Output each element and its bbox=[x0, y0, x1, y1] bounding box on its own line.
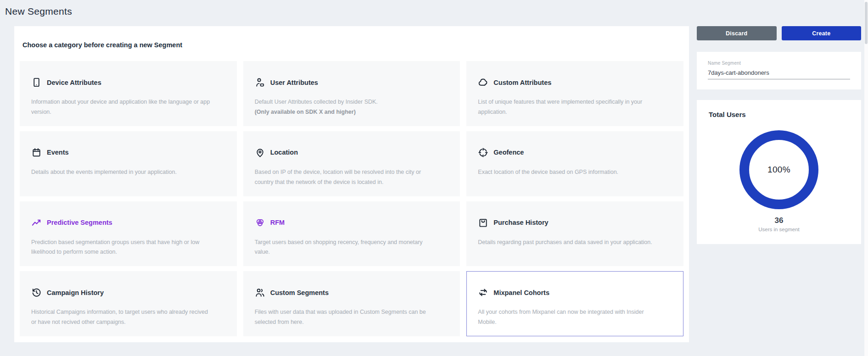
category-title: Device Attributes bbox=[47, 79, 101, 86]
total-users-donut-chart: 100% bbox=[739, 130, 818, 209]
page-title: New Segments bbox=[5, 6, 72, 17]
donut-percent-label: 100% bbox=[767, 165, 790, 175]
discard-button[interactable]: Discard bbox=[697, 26, 777, 40]
calendar-icon bbox=[31, 147, 42, 158]
history-clock-icon bbox=[31, 287, 42, 298]
name-segment-input[interactable] bbox=[708, 69, 850, 79]
location-pin-icon bbox=[255, 147, 265, 158]
category-description: Exact location of the device based on GP… bbox=[478, 167, 660, 178]
category-card-purchase-history[interactable]: Purchase History Details regarding past … bbox=[466, 201, 683, 267]
users-in-segment-caption: Users in segment bbox=[709, 227, 849, 232]
category-title: Predictive Segments bbox=[47, 219, 112, 226]
action-buttons: Discard Create bbox=[697, 26, 861, 40]
category-title: Mixpanel Cohorts bbox=[493, 289, 549, 296]
category-panel: Choose a category before creating a new … bbox=[14, 26, 689, 342]
category-card-predictive-segments[interactable]: Predictive Segments Prediction based seg… bbox=[20, 201, 237, 267]
category-description: All your cohorts from Mixpanel can now b… bbox=[478, 307, 660, 328]
category-title: RFM bbox=[270, 219, 285, 226]
trend-up-icon bbox=[31, 217, 42, 228]
mobile-device-icon bbox=[31, 77, 42, 88]
category-description: Information about your device and applic… bbox=[31, 97, 213, 117]
integration-icon bbox=[478, 287, 488, 298]
category-card-mixpanel-cohorts[interactable]: Mixpanel Cohorts All your cohorts from M… bbox=[466, 271, 683, 336]
category-card-user-attributes[interactable]: User Attributes Default User Attributes … bbox=[243, 61, 460, 126]
name-segment-label: Name Segment bbox=[708, 61, 850, 66]
category-title: Events bbox=[47, 149, 69, 156]
category-card-custom-attributes[interactable]: Custom Attributes List of unique feature… bbox=[466, 61, 683, 126]
category-description: Target users based on shopping recency, … bbox=[255, 238, 437, 258]
category-title: Location bbox=[270, 149, 298, 156]
venn-diagram-icon bbox=[255, 217, 265, 228]
scrollbar-thumb[interactable] bbox=[865, 2, 868, 44]
category-card-rfm[interactable]: RFM Target users based on shopping recen… bbox=[243, 201, 460, 267]
category-card-device-attributes[interactable]: Device Attributes Information about your… bbox=[20, 61, 237, 126]
category-description: Default User Attributes collected by Ins… bbox=[255, 97, 437, 107]
category-title: Custom Attributes bbox=[493, 79, 551, 86]
category-title: Geofence bbox=[493, 149, 524, 156]
category-card-location[interactable]: Location Based on IP of the device, loca… bbox=[243, 131, 460, 196]
category-title: User Attributes bbox=[270, 79, 318, 86]
name-segment-card: Name Segment bbox=[697, 52, 861, 89]
panel-heading: Choose a category before creating a new … bbox=[22, 41, 683, 49]
user-attributes-icon bbox=[255, 77, 265, 88]
category-description: Files with user data that was uploaded i… bbox=[255, 307, 437, 328]
total-users-heading: Total Users bbox=[709, 111, 849, 118]
category-description: Historical Campaigns information, to tar… bbox=[31, 307, 213, 328]
category-card-geofence[interactable]: Geofence Exact location of the device ba… bbox=[466, 131, 683, 196]
category-description: Details about the events implemented in … bbox=[31, 167, 213, 178]
category-description-note: (Only available on SDK X and higher) bbox=[255, 107, 437, 117]
geofence-icon bbox=[478, 147, 488, 158]
create-button[interactable]: Create bbox=[782, 26, 862, 40]
category-description: List of unique features that were implem… bbox=[478, 97, 660, 117]
people-icon bbox=[255, 287, 265, 298]
segment-sidebar: Discard Create Name Segment Total Users … bbox=[697, 26, 861, 244]
category-grid: Device Attributes Information about your… bbox=[20, 61, 683, 336]
category-description: Based on IP of the device, location will… bbox=[255, 167, 437, 188]
category-card-events[interactable]: Events Details about the events implemen… bbox=[20, 131, 237, 196]
total-users-card: Total Users 100% 36 Users in segment bbox=[697, 100, 861, 244]
category-description: Prediction based segmentation groups use… bbox=[31, 238, 213, 258]
category-description: Details regarding past purchases and dat… bbox=[478, 238, 660, 248]
cloud-icon bbox=[478, 77, 488, 88]
users-in-segment-count: 36 bbox=[709, 216, 849, 225]
category-card-custom-segments[interactable]: Custom Segments Files with user data tha… bbox=[243, 271, 460, 336]
scrollbar[interactable] bbox=[864, 0, 868, 356]
category-title: Purchase History bbox=[493, 219, 548, 226]
category-title: Campaign History bbox=[47, 289, 104, 296]
shopping-bag-icon bbox=[478, 217, 488, 228]
category-title: Custom Segments bbox=[270, 289, 329, 296]
category-card-campaign-history[interactable]: Campaign History Historical Campaigns in… bbox=[20, 271, 237, 336]
